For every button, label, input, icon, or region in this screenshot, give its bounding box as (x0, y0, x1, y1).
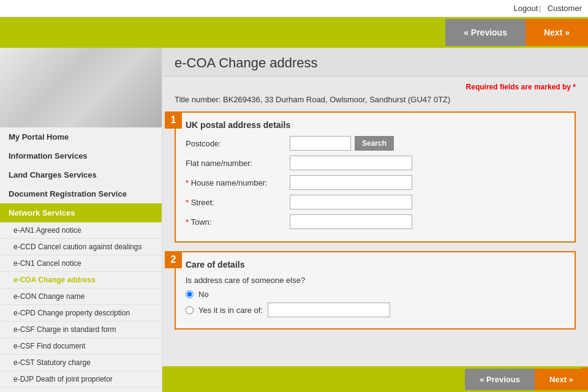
prev-button[interactable]: « Previous (445, 19, 526, 46)
house-label: House name/number: (186, 178, 290, 187)
section-1-number: 1 (165, 111, 182, 129)
care-question: Is address care of someone else? (186, 276, 565, 285)
content-area: e-COA Change address Required fields are… (162, 48, 588, 392)
sidebar-item-cst[interactable]: e-CST Statutory charge (0, 355, 162, 371)
top-nav-bar: « Previous Next » (0, 17, 588, 48)
street-row: Street: (186, 195, 565, 209)
sidebar-menu: My Portal Home Information Services Land… (0, 127, 162, 392)
sidebar-item-csf-find[interactable]: e-CSF Find document (0, 338, 162, 355)
next-button[interactable]: Next » (526, 19, 588, 46)
sidebar: My Portal Home Information Services Land… (0, 48, 162, 392)
section-2-title: Care of details (186, 260, 565, 270)
sidebar-item-cn1[interactable]: e-CN1 Cancel notice (0, 255, 162, 272)
page-title: e-COA Change address (175, 55, 576, 71)
street-input[interactable] (290, 195, 412, 209)
step-3-badge: 3 (582, 368, 588, 385)
sidebar-item-ccd[interactable]: e-CCD Cancel caution against dealings (0, 239, 162, 255)
town-label: Town: (186, 217, 290, 227)
sidebar-item-information-services[interactable]: Information Services (0, 146, 162, 165)
bottom-prev-button[interactable]: « Previous (465, 369, 535, 390)
section-1-box: 1 UK postal address details Postcode: Se… (175, 111, 576, 243)
bottom-next-button[interactable]: Next » (535, 369, 588, 390)
top-bar: Logout | Customer (0, 0, 588, 17)
content-inner: Required fields are marked by * Title nu… (162, 77, 588, 366)
sidebar-item-an1[interactable]: e-AN1 Agreed notice (0, 222, 162, 239)
flat-input[interactable] (290, 156, 412, 170)
sidebar-item-coa[interactable]: e-COA Change address (0, 272, 162, 288)
radio-no-row: No (186, 290, 565, 299)
town-row: Town: (186, 214, 565, 229)
postcode-label: Postcode: (186, 139, 290, 148)
sidebar-background-image (0, 48, 162, 127)
postcode-input[interactable] (290, 136, 351, 151)
radio-yes-row: Yes it is in care of: (186, 303, 565, 317)
postcode-row: Postcode: Search (186, 136, 565, 151)
radio-yes-label: Yes it is in care of: (198, 306, 263, 315)
sidebar-item-my-portal-home[interactable]: My Portal Home (0, 127, 162, 146)
radio-yes[interactable] (186, 306, 194, 314)
sidebar-item-network-services[interactable]: Network Services (0, 203, 162, 222)
bottom-nav-bar: « Previous Next » 3 (162, 366, 588, 392)
customer-link[interactable]: Customer (548, 4, 582, 13)
radio-no[interactable] (186, 290, 194, 298)
section-2-box: 2 Care of details Is address care of som… (175, 251, 576, 330)
section-2-number: 2 (165, 251, 182, 268)
search-button[interactable]: Search (355, 136, 394, 151)
section-1-title: UK postal address details (186, 120, 565, 130)
sidebar-item-cpd[interactable]: e-CPD Change property description (0, 305, 162, 322)
street-label: Street: (186, 198, 290, 207)
page-header: e-COA Change address (162, 48, 588, 77)
sidebar-item-djp[interactable]: e-DJP Death of joint proprietor (0, 371, 162, 388)
house-row: House name/number: (186, 175, 565, 190)
sidebar-item-con[interactable]: e-CON Change name (0, 288, 162, 305)
flat-label: Flat name/number: (186, 159, 290, 168)
required-note: Required fields are marked by * (175, 83, 576, 91)
sidebar-item-hr1[interactable]: e-HR1 Notice of home rights (0, 388, 162, 392)
flat-row: Flat name/number: (186, 156, 565, 170)
main-layout: My Portal Home Information Services Land… (0, 48, 588, 392)
town-input[interactable] (290, 214, 412, 229)
logout-link[interactable]: Logout (513, 4, 538, 13)
sidebar-item-land-charges-services[interactable]: Land Charges Services (0, 165, 162, 184)
required-star: * (573, 83, 576, 91)
sidebar-item-document-registration-service[interactable]: Document Registration Service (0, 184, 162, 203)
sidebar-item-csf-charge[interactable]: e-CSF Charge in standard form (0, 322, 162, 338)
radio-no-label: No (198, 290, 209, 299)
bottom-next-wrapper: Next » 3 (535, 369, 588, 390)
care-of-input[interactable] (268, 303, 390, 317)
house-input[interactable] (290, 175, 412, 190)
title-info: Title number: BK269436, 33 Durham Road, … (175, 95, 576, 104)
